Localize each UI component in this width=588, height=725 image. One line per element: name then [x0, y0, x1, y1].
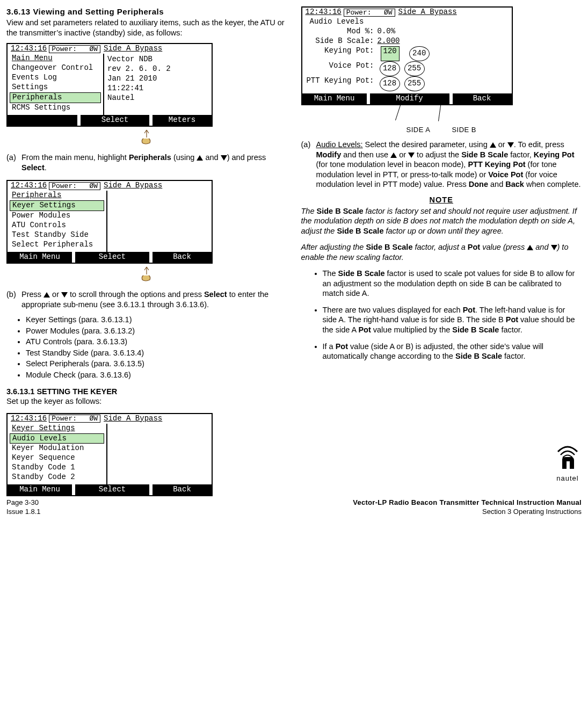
- down-arrow-icon: [408, 153, 415, 158]
- lcd1-title: Main Menu: [10, 54, 55, 62]
- step-text: factor,: [508, 150, 534, 159]
- lcd-peripherals: 12:43:16 Power: ØW Side A Bypass Periphe…: [6, 180, 213, 263]
- sub-menu-list: Keyer Settings (para. 3.6.13.1) Power Mo…: [6, 315, 287, 380]
- li-bold: Side B Scale: [452, 325, 499, 334]
- page-footer: Page 3-30 Issue 1.8.1 Vector-LP Radio Be…: [6, 498, 582, 516]
- audio-value: 0.0%: [378, 27, 396, 37]
- lcd2-select-button[interactable]: Select: [75, 252, 149, 263]
- step-bold: Keying Pot: [534, 150, 575, 159]
- step-text: when complete.: [524, 180, 581, 189]
- li-text: The: [323, 269, 338, 278]
- lcd-side-status: Side A Bypass: [398, 8, 457, 17]
- lcd3-back-button[interactable]: Back: [153, 484, 212, 495]
- note-bold: Side B Scale: [337, 227, 383, 235]
- section-heading: 3.6.13 Viewing and Setting Peripherals: [6, 6, 287, 17]
- step-text: and: [203, 153, 220, 162]
- lcd1-select-button[interactable]: Select: [81, 115, 149, 126]
- lcd2-back-button[interactable]: Back: [153, 252, 212, 263]
- footer-issue: Issue 1.8.1: [6, 508, 41, 517]
- lcd-audio-levels: 12:43:16 Power: ØW Side A Bypass Audio L…: [301, 6, 513, 105]
- lcd1-item-highlight: Peripherals: [10, 92, 101, 103]
- step-text: .: [45, 163, 47, 172]
- step-text: and: [488, 180, 505, 189]
- lcd3-title: Keyer Settings: [10, 424, 77, 432]
- lcd2-item: Test Standby Side: [10, 230, 104, 240]
- nautel-logo: nautel: [553, 443, 583, 483]
- logo-text: nautel: [553, 474, 583, 483]
- li-text: factor.: [499, 325, 522, 334]
- audio-value: 2.000: [378, 37, 400, 46]
- note-heading: NOTE: [301, 195, 582, 205]
- step-underline: Audio Levels:: [316, 140, 363, 149]
- audio-label: Mod %:: [306, 27, 378, 37]
- lcd4-mainmenu-button[interactable]: Main Menu: [302, 93, 367, 104]
- audio-value-a-highlight: 120: [381, 46, 400, 61]
- section-title: Viewing and Setting Peripherals: [33, 7, 164, 16]
- lcd2-mainmenu-button[interactable]: Main Menu: [8, 252, 72, 263]
- note-block-1: The Side B Scale factor is factory set a…: [301, 206, 582, 236]
- subsection-heading: 3.6.13.1 SETTING THE KEYER: [6, 387, 287, 397]
- lcd4-back-button[interactable]: Back: [453, 93, 512, 104]
- lcd4-modify-button[interactable]: Modify: [370, 93, 449, 104]
- lcd-side-status: Side A Bypass: [104, 181, 162, 191]
- down-arrow-icon: [507, 142, 514, 148]
- lcd-time: 12:43:16: [11, 181, 47, 191]
- lcd3-select-button[interactable]: Select: [75, 484, 149, 495]
- up-arrow-icon: [197, 155, 203, 161]
- up-arrow-icon: [490, 142, 496, 148]
- lcd3-item-highlight: Audio Levels: [10, 433, 104, 444]
- step-text: . To edit, press: [514, 140, 564, 149]
- step-bold: Peripherals: [129, 153, 171, 162]
- lcd2-item-highlight: Keyer Settings: [10, 200, 104, 211]
- note-text: value (press: [480, 243, 527, 251]
- step-label: (a): [301, 140, 316, 190]
- lcd3-item: Standby Code 2: [10, 473, 104, 482]
- lcd1-item: Settings: [10, 83, 101, 92]
- step-bold: Select: [204, 290, 227, 299]
- list-item: Select Peripherals (para. 3.6.13.5): [26, 359, 287, 369]
- lcd-power-value: ØW: [89, 182, 98, 190]
- footer-manual-title: Vector-LP Radio Beacon Transmitter Techn…: [353, 498, 582, 508]
- audio-value-a: 128: [380, 76, 400, 91]
- step-bold: Voice Pot: [488, 170, 523, 179]
- li-text: factor.: [502, 352, 526, 360]
- audio-value-b: 240: [409, 46, 430, 61]
- up-arrow-icon: [527, 245, 533, 250]
- step-text: or: [496, 140, 507, 149]
- lcd3-item: Standby Code 1: [10, 463, 104, 473]
- audio-label: Side B Scale:: [306, 37, 378, 46]
- lcd3-mainmenu-button[interactable]: Main Menu: [8, 484, 72, 495]
- note-bold: Side B Scale: [317, 207, 364, 215]
- step-text: (using: [171, 153, 197, 162]
- step-label: (b): [6, 289, 21, 309]
- list-item: If a Pot value (side A or B) is adjusted…: [323, 342, 582, 361]
- lcd1-meters-button[interactable]: Meters: [153, 115, 212, 126]
- footer-section: Section 3 Operating Instructions: [353, 508, 582, 517]
- lcd-power-label: Power:: [52, 45, 77, 53]
- lcd3-item: Keyer Sequence: [10, 453, 104, 463]
- note-bold: Side B Scale: [366, 243, 412, 251]
- lcd2-item: Power Modules: [10, 211, 104, 221]
- li-text: If a: [323, 342, 336, 351]
- section-number: 3.6.13: [6, 7, 31, 16]
- audio-value-a: 128: [380, 61, 400, 76]
- right-step-a: (a) Audio Levels: Select the desired par…: [301, 140, 582, 190]
- audio-label: PTT Keying Pot:: [306, 76, 378, 91]
- lcd3-item: Keyer Modulation: [10, 444, 104, 453]
- down-arrow-icon: [551, 245, 557, 250]
- li-bold: Pot: [336, 342, 348, 351]
- pointing-hand-icon: [6, 266, 287, 285]
- footer-page: Page 3-30: [6, 498, 41, 508]
- step-text: Press: [21, 290, 43, 299]
- lcd-keyer-settings: 12:43:16 Power: ØW Side A Bypass Keyer S…: [6, 413, 213, 496]
- lcd-power-label: Power:: [52, 415, 77, 423]
- step-text: or: [397, 150, 408, 159]
- lcd2-title: Peripherals: [10, 191, 63, 199]
- step-text: to adjust the: [415, 150, 461, 159]
- lcd-side-status: Side A Bypass: [104, 414, 162, 424]
- li-bold: Side B Scale: [455, 352, 502, 360]
- side-indicator-lines: [301, 107, 582, 124]
- audio-value-b: 255: [404, 61, 425, 76]
- lcd-power-value: ØW: [384, 9, 393, 17]
- lcd-power-value: ØW: [89, 415, 98, 423]
